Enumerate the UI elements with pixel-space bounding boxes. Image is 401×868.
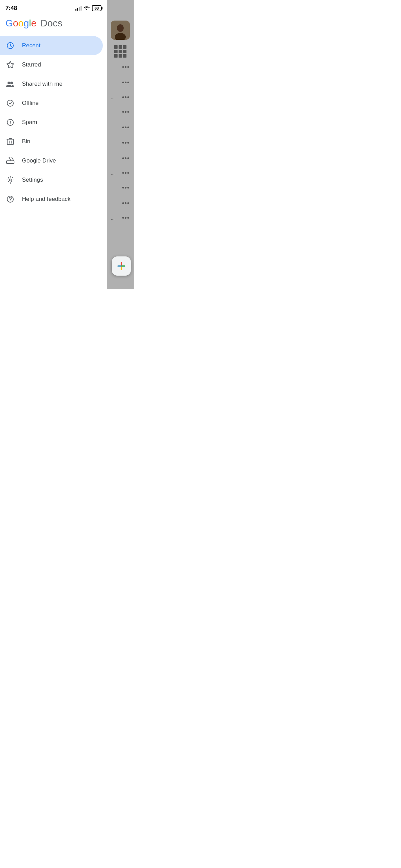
svg-point-17 — [10, 201, 11, 201]
battery-icon: 68 — [92, 5, 101, 11]
svg-rect-13 — [7, 161, 14, 164]
sidebar-item-spam[interactable]: Spam — [0, 113, 103, 132]
more-options-6[interactable]: ••• — [122, 140, 130, 147]
nav-label-google-drive: Google Drive — [22, 157, 56, 164]
right-panel-top — [107, 0, 134, 40]
truncation-indicator-3: ... — [111, 216, 114, 221]
signal-icon — [75, 6, 82, 11]
sidebar-item-shared-with-me[interactable]: Shared with me — [0, 74, 103, 94]
fab-container — [112, 256, 131, 276]
sidebar-item-google-drive[interactable]: Google Drive — [0, 151, 103, 170]
nav-list: Recent Starred Shared with me Offline Sp… — [0, 33, 107, 289]
sidebar-item-recent[interactable]: Recent — [0, 36, 103, 55]
right-content-area: ••• ••• ... ••• ••• ••• ••• ••• ... — [107, 58, 134, 227]
drawer-panel: 7:48 68 — [0, 0, 107, 289]
clock-icon — [5, 41, 15, 50]
status-bar: 7:48 68 — [0, 0, 107, 15]
sidebar-item-settings[interactable]: Settings — [0, 170, 103, 190]
more-options-2[interactable]: ••• — [122, 79, 130, 86]
more-options-1[interactable]: ••• — [122, 64, 130, 71]
nav-label-spam: Spam — [22, 119, 37, 126]
grid-view-icon[interactable] — [114, 45, 126, 58]
settings-icon — [5, 175, 15, 185]
truncation-indicator-1: ... — [111, 95, 114, 100]
star-icon — [5, 60, 15, 70]
nav-label-help-feedback: Help and feedback — [22, 196, 71, 203]
drive-icon — [5, 156, 15, 166]
more-options-7[interactable]: ••• — [122, 155, 130, 162]
wifi-icon — [84, 5, 90, 11]
nav-label-bin: Bin — [22, 138, 31, 145]
svg-point-7 — [10, 123, 11, 124]
more-options-8[interactable]: ••• — [122, 170, 130, 177]
more-options-3[interactable]: ••• — [122, 94, 130, 101]
nav-label-recent: Recent — [22, 42, 40, 49]
trash-icon — [5, 137, 15, 146]
svg-point-19 — [117, 24, 124, 32]
new-document-fab[interactable] — [112, 256, 131, 276]
app-header: Google Docs — [0, 15, 107, 33]
svg-marker-12 — [9, 157, 14, 161]
google-logo: Google Docs — [5, 18, 62, 29]
svg-point-15 — [9, 179, 11, 181]
more-options-9[interactable]: ••• — [122, 184, 130, 192]
nav-label-starred: Starred — [22, 61, 41, 68]
status-icons: 68 — [75, 5, 101, 11]
truncation-indicator-2: ... — [111, 171, 114, 176]
sidebar-item-help-feedback[interactable]: Help and feedback — [0, 190, 103, 209]
svg-point-3 — [10, 82, 13, 84]
sidebar-item-offline[interactable]: Offline — [0, 94, 103, 113]
sidebar-item-bin[interactable]: Bin — [0, 132, 103, 151]
help-icon — [5, 194, 15, 204]
avatar[interactable] — [111, 21, 130, 40]
nav-label-shared-with-me: Shared with me — [22, 81, 62, 87]
more-options-4[interactable]: ••• — [122, 109, 130, 116]
nav-label-offline: Offline — [22, 100, 39, 107]
nav-label-settings: Settings — [22, 177, 43, 183]
spam-icon — [5, 118, 15, 127]
right-panel: ••• ••• ... ••• ••• ••• ••• ••• ... — [107, 0, 134, 289]
more-options-11[interactable]: ••• — [122, 215, 130, 222]
offline-icon — [5, 98, 15, 108]
svg-marker-1 — [7, 61, 14, 68]
status-time: 7:48 — [5, 5, 17, 12]
svg-point-2 — [8, 82, 10, 84]
svg-rect-8 — [7, 139, 13, 145]
app-name: Docs — [40, 18, 62, 28]
sidebar-item-starred[interactable]: Starred — [0, 55, 103, 74]
more-options-5[interactable]: ••• — [122, 124, 130, 131]
more-options-10[interactable]: ••• — [122, 200, 130, 207]
people-icon — [5, 79, 15, 89]
plus-icon — [117, 261, 126, 271]
